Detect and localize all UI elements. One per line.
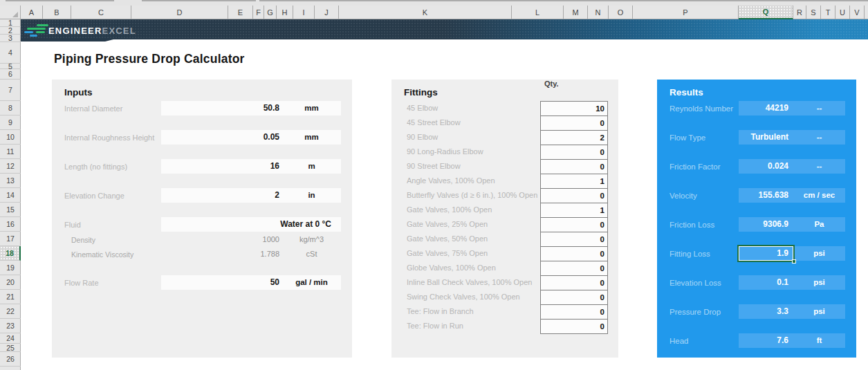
col-header-K[interactable]: K <box>339 6 512 19</box>
col-header-R[interactable]: R <box>793 6 806 19</box>
row-header-11[interactable]: 11 <box>0 145 21 159</box>
col-header-F[interactable]: F <box>253 6 264 19</box>
row-header-25[interactable]: 25 <box>0 344 21 352</box>
fitting-qty-cell[interactable]: 1 <box>540 203 608 218</box>
select-all-triangle-icon <box>12 12 18 17</box>
result-value-cell[interactable]: 0.1psi <box>739 275 845 290</box>
fitting-qty-cell[interactable]: 0 <box>540 145 608 160</box>
row-header-26[interactable]: 26 <box>0 352 21 367</box>
fitting-qty-cell[interactable]: 0 <box>540 217 608 232</box>
input-value-cell[interactable]: 2in <box>161 188 341 203</box>
col-header-L[interactable]: L <box>512 6 564 19</box>
fitting-qty-cell[interactable]: 10 <box>540 101 608 116</box>
row-header-19[interactable]: 19 <box>0 261 21 275</box>
col-header-E[interactable]: E <box>228 6 253 19</box>
fitting-qty-cell[interactable]: 0 <box>540 188 608 203</box>
row-header-16[interactable]: 16 <box>0 217 21 232</box>
inputs-panel-title: Inputs <box>64 87 93 98</box>
fitting-qty-cell[interactable]: 0 <box>540 290 608 305</box>
fitting-qty-cell[interactable]: 0 <box>540 261 608 276</box>
brand-banner <box>21 19 868 39</box>
row-header-20[interactable]: 20 <box>0 275 21 290</box>
result-value-cell[interactable]: 9306.9Pa <box>739 217 845 232</box>
col-header-H[interactable]: H <box>277 6 293 19</box>
input-value-cell[interactable]: 16m <box>161 159 341 174</box>
fitting-qty-cell[interactable]: 0 <box>540 232 608 247</box>
row-header-13[interactable]: 13 <box>0 174 21 188</box>
row-header-23[interactable]: 23 <box>0 319 21 333</box>
col-header-Q[interactable]: Q <box>739 6 793 19</box>
result-value-cell[interactable]: 3.3psi <box>739 304 845 319</box>
col-header-G[interactable]: G <box>264 6 277 19</box>
result-value-cell[interactable]: 155.638cm / sec <box>739 188 845 203</box>
col-header-N[interactable]: N <box>588 6 609 19</box>
result-value-cell[interactable]: 44219-- <box>739 101 845 115</box>
col-header-J[interactable]: J <box>315 6 339 19</box>
fitting-qty-cell[interactable]: 0 <box>540 275 608 290</box>
row-header-17[interactable]: 17 <box>0 232 21 246</box>
col-header-M[interactable]: M <box>564 6 588 19</box>
input-value: 16 <box>161 159 282 174</box>
fluid-prop-label: Density <box>71 232 95 247</box>
fitting-qty-cell[interactable]: 0 <box>540 246 608 261</box>
result-label: Pressure Drop <box>670 304 721 319</box>
col-header-V[interactable]: V <box>850 6 865 19</box>
result-value: 1.9 <box>739 246 793 261</box>
col-header-B[interactable]: B <box>43 6 71 19</box>
fitting-qty-cell[interactable]: 0 <box>540 319 608 334</box>
col-header-O[interactable]: O <box>609 6 633 19</box>
row-header-5[interactable]: 5 <box>0 64 21 69</box>
col-header-A[interactable]: A <box>21 6 43 19</box>
fitting-qty-cell[interactable]: 1 <box>540 174 608 189</box>
row-header-10[interactable]: 10 <box>0 130 21 145</box>
inputs-panel: Inputs Internal Diameter50.8mmInternal R… <box>52 80 352 358</box>
row-header-22[interactable]: 22 <box>0 304 21 319</box>
row-header-18[interactable]: 18 <box>0 246 21 261</box>
input-unit: mm <box>282 101 341 115</box>
input-value-cell[interactable]: 50.8mm <box>161 101 341 115</box>
result-unit: -- <box>793 159 845 174</box>
strip-line <box>6 0 114 1</box>
col-header-U[interactable]: U <box>835 6 850 19</box>
select-all-corner[interactable] <box>0 6 21 19</box>
result-value: 7.6 <box>739 333 793 348</box>
row-header-6[interactable]: 6 <box>0 69 21 80</box>
fittings-panel-title: Fittings <box>404 87 438 98</box>
row-header-8[interactable]: 8 <box>0 101 21 115</box>
strip-line <box>142 0 256 1</box>
result-value-cell[interactable]: 0.024-- <box>739 159 845 174</box>
col-header-T[interactable]: T <box>821 6 835 19</box>
result-value-cell[interactable]: 7.6ft <box>739 333 845 348</box>
fluid-value-cell[interactable]: Water at 0 °C <box>161 217 341 232</box>
row-header-24[interactable]: 24 <box>0 333 21 344</box>
fitting-label: Globe Valves, 100% Open <box>407 261 539 275</box>
fitting-label: Gate Valves, 100% Open <box>407 203 539 217</box>
row-header-14[interactable]: 14 <box>0 188 21 203</box>
row-header-15[interactable]: 15 <box>0 203 21 217</box>
row-header-9[interactable]: 9 <box>0 115 21 130</box>
col-header-I[interactable]: I <box>293 6 315 19</box>
result-value-cell[interactable]: Turbulent-- <box>739 130 845 145</box>
fittings-panel: Fittings Qty. 45 Elbow1045 Street Elbow0… <box>391 80 618 358</box>
fitting-label: Gate Valves, 75% Open <box>407 246 539 261</box>
fitting-qty-cell[interactable]: 2 <box>540 130 608 145</box>
col-header-D[interactable]: D <box>131 6 228 19</box>
col-header-C[interactable]: C <box>71 6 131 19</box>
row-header-21[interactable]: 21 <box>0 290 21 304</box>
col-header-P[interactable]: P <box>633 6 739 19</box>
result-label: Friction Loss <box>670 217 714 232</box>
fitting-qty-cell[interactable]: 0 <box>540 159 608 174</box>
flow-rate-value-cell[interactable]: 50gal / min <box>161 275 341 290</box>
row-header-3[interactable]: 3 <box>0 35 21 42</box>
col-header-S[interactable]: S <box>806 6 821 19</box>
row-header-4[interactable]: 4 <box>0 42 21 64</box>
fitting-qty-cell[interactable]: 0 <box>540 304 608 320</box>
result-value-cell[interactable]: 1.9psi <box>739 246 845 261</box>
fitting-qty-cell[interactable]: 0 <box>540 115 608 131</box>
row-header-12[interactable]: 12 <box>0 159 21 174</box>
fitting-label: Tee: Flow in Run <box>407 319 539 333</box>
result-value: 0.1 <box>739 275 793 290</box>
fitting-label: Tee: Flow in Branch <box>407 304 539 319</box>
row-header-7[interactable]: 7 <box>0 80 21 101</box>
input-value-cell[interactable]: 0.05mm <box>161 130 341 145</box>
